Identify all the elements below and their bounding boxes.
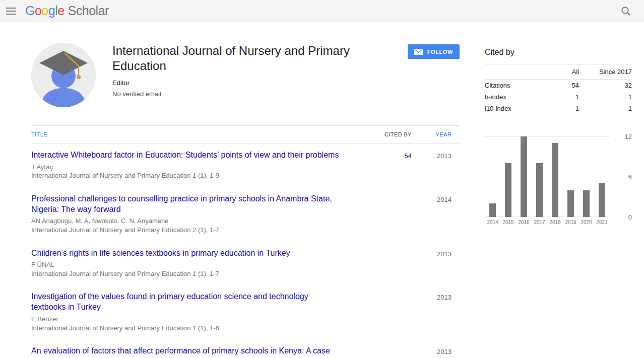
article-cited-by-count xyxy=(356,194,412,235)
article-row: An evaluation of factors that affect per… xyxy=(31,339,460,358)
profile-name: International Journal of Nursery and Pri… xyxy=(112,43,374,74)
column-header-cited-by: CITED BY xyxy=(356,131,412,137)
logo-letter: e xyxy=(57,4,64,18)
chart-bars xyxy=(485,136,610,217)
chart-x-label: 2014 xyxy=(485,220,500,225)
chart-y-axis: 12 6 0 xyxy=(610,136,632,217)
chart-bar[interactable] xyxy=(583,190,590,217)
article-authors: E Benzer xyxy=(31,315,341,324)
article-year: 2013 xyxy=(412,346,460,358)
article-venue: International Journal of Nursery and Pri… xyxy=(31,226,341,235)
stats-header-row: All Since 2017 xyxy=(485,64,632,80)
stat-value-all: 1 xyxy=(536,93,579,101)
profile-avatar xyxy=(31,43,96,107)
article-authors: T Aytaç xyxy=(31,163,341,172)
chart-bar[interactable] xyxy=(552,143,558,217)
article-main: An evaluation of factors that affect per… xyxy=(31,346,356,358)
profile-email-status: No verified email xyxy=(112,90,408,98)
chart-plot-area xyxy=(485,136,610,217)
article-title-link[interactable]: Investigation of the values found in pri… xyxy=(31,292,341,313)
graduation-cap-avatar-icon xyxy=(31,43,96,107)
stats-col-all: All xyxy=(536,68,579,76)
follow-button[interactable]: FOLLOW xyxy=(408,44,460,59)
logo-scholar-text: Scholar xyxy=(68,4,109,18)
cited-by-panel: Cited by All Since 2017 Citations 54 32 … xyxy=(485,43,632,358)
article-cited-by-count xyxy=(356,292,412,332)
scholar-logo[interactable]: Google Scholar xyxy=(25,4,109,18)
citation-stats-table: All Since 2017 Citations 54 32 h-index 1… xyxy=(485,64,632,114)
stat-value-since: 1 xyxy=(579,105,632,112)
stats-row-citations: Citations 54 32 xyxy=(485,80,632,91)
chart-bar[interactable] xyxy=(521,136,527,217)
search-icon xyxy=(620,6,631,17)
chart-y-tick: 12 xyxy=(625,133,632,140)
main-column: International Journal of Nursery and Pri… xyxy=(31,43,460,358)
top-bar: Google Scholar xyxy=(0,0,644,22)
article-title-link[interactable]: Interactive Whiteboard factor in Educati… xyxy=(31,150,341,161)
citations-chart: 12 6 0 2014 2015 2016 2017 2018 2019 202… xyxy=(485,136,632,225)
logo-letter: o xyxy=(41,4,48,18)
articles-table: TITLE CITED BY YEAR Interactive Whiteboa… xyxy=(31,125,460,358)
mail-icon xyxy=(414,49,423,55)
logo-letter: o xyxy=(35,4,41,18)
article-year: 2014 xyxy=(412,194,460,235)
chart-bar[interactable] xyxy=(536,163,543,217)
article-title-link[interactable]: Professional challenges to counselling p… xyxy=(31,194,341,215)
chart-bar[interactable] xyxy=(489,203,496,217)
stat-value-since: 32 xyxy=(579,82,632,89)
logo-letter: g xyxy=(48,4,55,18)
profile-info: International Journal of Nursery and Pri… xyxy=(112,43,408,107)
chart-x-label: 2021 xyxy=(594,220,610,225)
article-year: 2013 xyxy=(412,150,460,180)
article-authors: AN Anagbogu, M. A, Nwokolo, C. N, Anyame… xyxy=(31,217,341,226)
column-header-year[interactable]: YEAR xyxy=(412,131,460,137)
article-main: Investigation of the values found in pri… xyxy=(31,292,356,332)
column-header-title[interactable]: TITLE xyxy=(31,131,356,137)
article-year: 2013 xyxy=(412,248,460,278)
chart-y-tick: 6 xyxy=(628,173,632,181)
article-title-link[interactable]: An evaluation of factors that affect per… xyxy=(31,346,341,358)
article-venue: International Journal of Nursery and Pri… xyxy=(31,171,341,180)
chart-x-label: 2016 xyxy=(516,220,532,225)
articles-header-row: TITLE CITED BY YEAR xyxy=(31,125,460,144)
chart-x-label: 2015 xyxy=(500,220,516,225)
stats-row-i10-index: i10-index 1 1 xyxy=(485,103,632,114)
menu-button[interactable] xyxy=(1,0,21,22)
article-main: Professional challenges to counselling p… xyxy=(31,194,356,235)
chart-bar[interactable] xyxy=(599,183,605,217)
stat-label-citations[interactable]: Citations xyxy=(485,82,536,89)
chart-x-label: 2018 xyxy=(547,220,563,225)
hamburger-icon xyxy=(6,8,16,9)
article-main: Children’s rights in life sciences textb… xyxy=(31,248,356,278)
stat-value-all: 1 xyxy=(536,105,579,112)
article-cited-by-count[interactable]: 54 xyxy=(356,150,412,180)
article-cited-by-count xyxy=(356,346,412,358)
stats-row-h-index: h-index 1 1 xyxy=(485,91,632,103)
chart-x-axis: 2014 2015 2016 2017 2018 2019 2020 2021 xyxy=(485,220,610,225)
stat-value-since: 1 xyxy=(579,93,632,101)
stat-value-all: 54 xyxy=(536,82,579,89)
article-authors: F ÜNAL xyxy=(31,260,341,269)
article-row: Interactive Whiteboard factor in Educati… xyxy=(31,144,460,187)
logo-letter: G xyxy=(25,4,35,18)
article-row: Investigation of the values found in pri… xyxy=(31,285,460,339)
chart-y-tick: 0 xyxy=(628,213,632,221)
chart-x-label: 2017 xyxy=(532,220,547,225)
chart-x-label: 2019 xyxy=(563,220,578,225)
profile-section: International Journal of Nursery and Pri… xyxy=(31,43,460,107)
stat-label-h-index[interactable]: h-index xyxy=(485,93,536,101)
chart-bar[interactable] xyxy=(567,190,574,217)
follow-button-label: FOLLOW xyxy=(427,49,453,55)
search-button[interactable] xyxy=(617,2,635,20)
article-title-link[interactable]: Children’s rights in life sciences textb… xyxy=(31,248,341,259)
page-content: International Journal of Nursery and Pri… xyxy=(0,22,644,358)
article-venue: International Journal of Nursery and Pri… xyxy=(31,324,341,333)
stat-label-i10-index[interactable]: i10-index xyxy=(485,105,536,112)
article-row: Professional challenges to counselling p… xyxy=(31,187,460,242)
article-year: 2013 xyxy=(412,292,460,332)
article-venue: International Journal of Nursery and Pri… xyxy=(31,269,341,278)
chart-x-label: 2020 xyxy=(578,220,594,225)
cited-by-title: Cited by xyxy=(485,48,632,57)
chart-bar[interactable] xyxy=(505,163,511,217)
profile-role: Editor xyxy=(112,79,408,87)
